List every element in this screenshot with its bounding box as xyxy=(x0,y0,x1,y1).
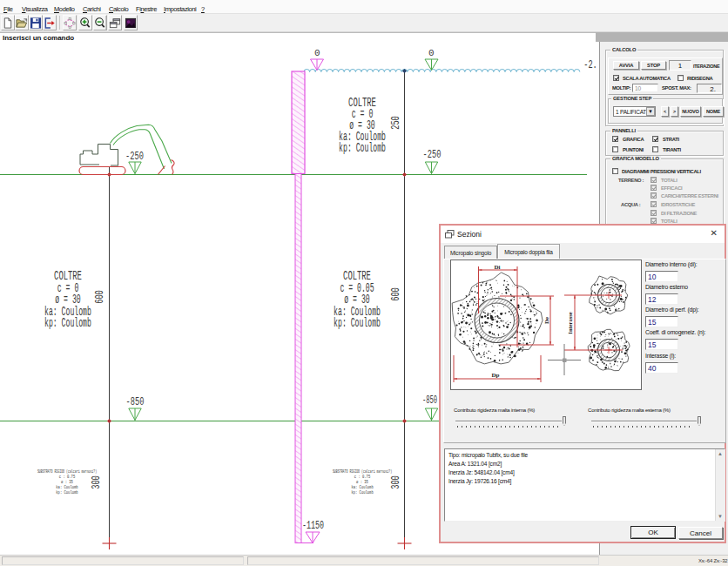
svg-text:De: De xyxy=(543,317,550,324)
svg-text:300: 300 xyxy=(91,475,103,489)
svg-text:250: 250 xyxy=(390,116,402,130)
svg-text:kp: Coulomb: kp: Coulomb xyxy=(56,489,78,495)
svg-text:Interasse: Interasse xyxy=(567,312,573,334)
svg-text:kp: Coulomb: kp: Coulomb xyxy=(44,316,91,330)
svg-text:kp: Coulomb: kp: Coulomb xyxy=(351,489,373,495)
svg-text:-250: -250 xyxy=(423,149,442,161)
svg-text:-250: -250 xyxy=(125,151,144,163)
svg-text:0: 0 xyxy=(428,48,435,58)
svg-text:0: 0 xyxy=(314,48,320,58)
svg-text:kp: Coulomb: kp: Coulomb xyxy=(334,316,381,330)
svg-text:kp: Coulomb: kp: Coulomb xyxy=(339,141,386,155)
svg-text:-2.: -2. xyxy=(583,59,597,71)
svg-text:-1150: -1150 xyxy=(302,520,324,532)
svg-text:600: 600 xyxy=(94,290,106,304)
svg-text:-850: -850 xyxy=(126,396,145,408)
svg-text:Dp: Dp xyxy=(492,372,500,379)
svg-text:Di: Di xyxy=(495,264,501,271)
svg-text:-850: -850 xyxy=(422,394,437,407)
svg-text:300: 300 xyxy=(390,475,402,489)
svg-text:600: 600 xyxy=(390,287,402,301)
